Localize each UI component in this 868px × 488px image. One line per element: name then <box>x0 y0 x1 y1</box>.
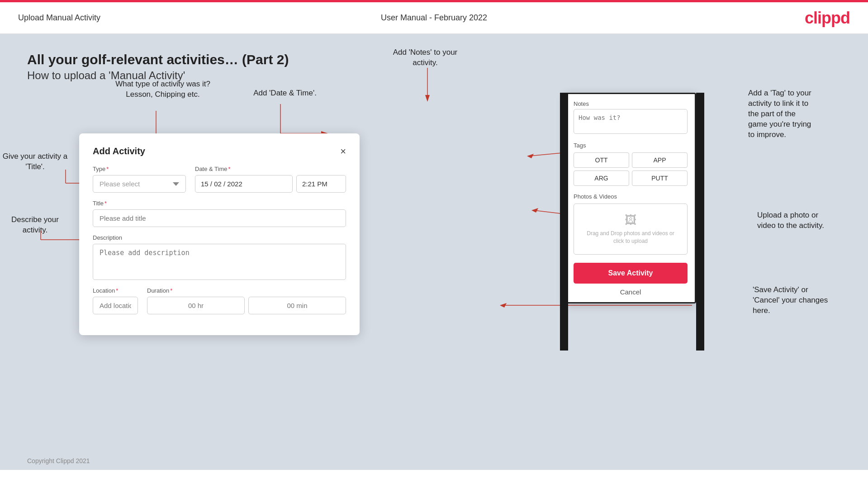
annotation-tag: Add a 'Tag' to youractivity to link it t… <box>748 88 857 140</box>
duration-group: Duration* <box>147 287 346 314</box>
form-row-type-date: Type* Please select Date & Time* <box>93 166 346 193</box>
tags-section: Tags OTT APP ARG PUTT <box>566 139 695 190</box>
annotation-photo: Upload a photo orvideo to the activity. <box>757 210 857 231</box>
cancel-button[interactable]: Cancel <box>566 288 695 302</box>
duration-inputs <box>147 297 346 314</box>
dialog-close-button[interactable]: × <box>340 147 346 156</box>
annotation-save-cancel: 'Save Activity' or'Cancel' your changesh… <box>753 285 857 316</box>
type-label: Type* <box>93 166 186 172</box>
type-group: Type* Please select <box>93 166 186 193</box>
top-bar: Upload Manual Activity User Manual - Feb… <box>0 2 868 34</box>
svg-marker-26 <box>531 208 538 213</box>
copyright-text: Copyright Clippd 2021 <box>27 457 90 464</box>
notes-textarea[interactable] <box>574 109 688 134</box>
phone-panel: Notes Tags OTT APP ARG PUTT Photos & Vid… <box>565 93 696 303</box>
time-input[interactable] <box>296 175 346 193</box>
annotation-describe: Describe youractivity. <box>2 215 68 236</box>
description-group: Description <box>93 234 346 280</box>
phone-side-bar-left <box>560 93 568 351</box>
save-activity-button[interactable]: Save Activity <box>574 263 688 284</box>
type-select[interactable]: Please select <box>93 175 186 193</box>
svg-marker-23 <box>527 154 534 158</box>
location-group: Location* <box>93 287 138 314</box>
duration-hr-input[interactable] <box>147 297 245 314</box>
annotation-activity-type: What type of activity was it?Lesson, Chi… <box>111 79 215 100</box>
photo-icon: 🖼 <box>579 213 683 227</box>
date-time-inputs <box>195 175 346 193</box>
datetime-label: Date & Time* <box>195 166 346 172</box>
annotation-notes: Add 'Notes' to youractivity. <box>375 47 475 68</box>
description-label: Description <box>93 234 346 241</box>
manual-title: User Manual - February 2022 <box>381 13 487 23</box>
datetime-group: Date & Time* <box>195 166 346 193</box>
dialog-header: Add Activity × <box>93 146 346 156</box>
main-content: All your golf-relevant activities… (Part… <box>0 34 868 470</box>
svg-marker-20 <box>425 95 430 102</box>
title-input[interactable] <box>93 209 346 227</box>
title-group: Title* <box>93 200 346 227</box>
tags-grid: OTT APP ARG PUTT <box>574 152 688 186</box>
tag-ott[interactable]: OTT <box>574 152 629 168</box>
tags-label: Tags <box>574 142 688 149</box>
phone-side-bar-right <box>696 93 704 351</box>
clippd-logo: clippd <box>805 9 850 28</box>
annotation-give-title: Give your activity a'Title'. <box>2 152 68 172</box>
date-input[interactable] <box>195 175 293 193</box>
title-label: Title* <box>93 200 346 207</box>
description-input[interactable] <box>93 244 346 280</box>
footer: Copyright Clippd 2021 <box>0 452 868 470</box>
duration-label: Duration* <box>147 287 346 294</box>
tag-arg[interactable]: ARG <box>574 171 629 186</box>
dialog-title: Add Activity <box>93 146 145 156</box>
photo-drop-text: Drag and Drop photos and videos orclick … <box>579 230 683 245</box>
notes-section-label: Notes <box>566 94 695 109</box>
photos-section: Photos & Videos 🖼 Drag and Drop photos a… <box>566 190 695 259</box>
tag-app[interactable]: APP <box>632 152 688 168</box>
photos-label: Photos & Videos <box>574 193 688 200</box>
location-label: Location* <box>93 287 138 294</box>
svg-marker-29 <box>500 303 507 308</box>
duration-min-input[interactable] <box>248 297 346 314</box>
tag-putt[interactable]: PUTT <box>632 171 688 186</box>
form-row-location-duration: Location* Duration* <box>93 287 346 314</box>
add-activity-dialog: Add Activity × Type* Please select Date … <box>79 133 360 335</box>
page-title: Upload Manual Activity <box>18 13 100 23</box>
location-input[interactable] <box>93 297 138 314</box>
annotation-date-time: Add 'Date & Time'. <box>240 88 330 99</box>
photo-drop-zone[interactable]: 🖼 Drag and Drop photos and videos orclic… <box>574 204 688 255</box>
